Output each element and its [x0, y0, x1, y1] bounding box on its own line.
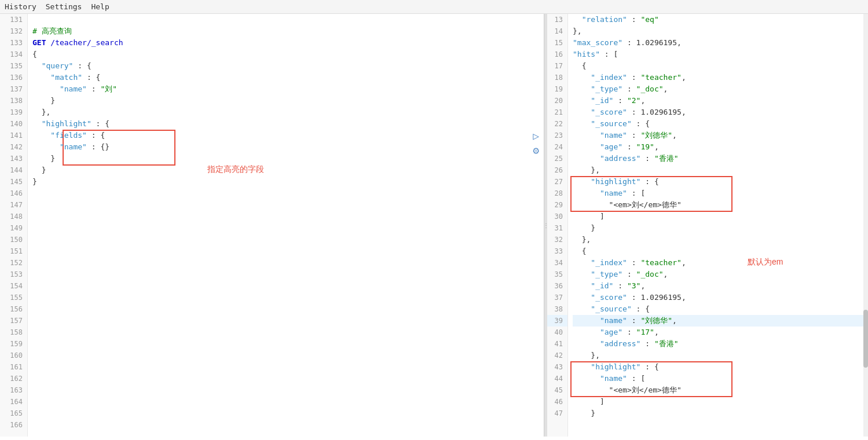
right-code-line-21: "_score" : 1.0296195,: [573, 107, 868, 118]
code-line-133: GET /teacher/_search: [32, 37, 544, 49]
right-line-num-26: 26: [547, 164, 567, 176]
menu-history[interactable]: History: [5, 2, 36, 11]
editor-area[interactable]: 1311321331341351361371381391401411421431…: [0, 14, 544, 437]
line-num-161: 161: [0, 361, 27, 373]
right-line-num-27: 27: [547, 176, 567, 188]
code-line-152: [32, 257, 544, 269]
right-line-num-24: 24: [547, 141, 567, 153]
line-num-132: 132: [0, 25, 27, 37]
code-line-159: [32, 338, 544, 350]
right-code-line-20: "_id" : "2",: [573, 95, 868, 107]
line-num-157: 157: [0, 315, 27, 327]
code-line-137: "name" : "刘": [32, 83, 544, 95]
scrollbar[interactable]: [863, 14, 868, 437]
right-line-num-38: 38: [547, 303, 567, 315]
code-line-162: [32, 373, 544, 384]
right-editor[interactable]: 1314151617181920212223242526272829303132…: [547, 14, 868, 437]
line-num-160: 160: [0, 350, 27, 361]
right-line-num-13: 13: [547, 14, 567, 25]
right-code-line-39: "name" : "刘德华",: [573, 315, 868, 327]
line-num-166: 166: [0, 419, 27, 431]
line-num-143: 143: [0, 153, 27, 164]
right-line-num-43: 43: [547, 361, 567, 373]
code-content: 指定高亮的字段 # 高亮查询GET /teacher/_search{ "que…: [28, 14, 544, 437]
right-code-line-28: "name" : [: [573, 188, 868, 199]
code-line-139: },: [32, 107, 544, 118]
code-line-138: }: [32, 95, 544, 107]
line-num-152: 152: [0, 257, 27, 269]
code-line-154: [32, 280, 544, 292]
line-num-155: 155: [0, 292, 27, 303]
line-num-163: 163: [0, 384, 27, 396]
line-num-140: 140: [0, 118, 27, 130]
right-panel: 1314151617181920212223242526272829303132…: [547, 14, 868, 437]
right-code-line-13: "relation" : "eq": [573, 14, 868, 25]
code-line-142: "name" : {}: [32, 141, 544, 153]
menu-help[interactable]: Help: [91, 2, 109, 11]
menu-bar: History Settings Help: [0, 0, 868, 14]
code-line-164: [32, 396, 544, 408]
right-line-num-29: 29: [547, 199, 567, 211]
right-line-num-18: 18: [547, 72, 567, 83]
code-line-145: }: [32, 176, 544, 188]
right-code-line-19: "_type" : "_doc",: [573, 83, 868, 95]
run-icon[interactable]: ▷: [533, 130, 539, 142]
right-code-line-24: "age" : "19",: [573, 141, 868, 153]
code-line-156: [32, 303, 544, 315]
right-line-num-23: 23: [547, 130, 567, 141]
right-line-num-28: 28: [547, 188, 567, 199]
code-line-166: [32, 419, 544, 431]
right-code-line-42: },: [573, 350, 868, 361]
code-line-161: [32, 361, 544, 373]
code-line-141: "fields" : {: [32, 130, 544, 141]
right-line-num-14: 14: [547, 25, 567, 37]
right-line-num-34: 34: [547, 257, 567, 269]
right-line-num-22: 22: [547, 118, 567, 130]
code-line-155: [32, 292, 544, 303]
line-num-154: 154: [0, 280, 27, 292]
code-line-146: [32, 188, 544, 199]
right-line-num-46: 46: [547, 396, 567, 408]
right-line-num-16: 16: [547, 49, 567, 60]
line-num-162: 162: [0, 373, 27, 384]
right-line-num-42: 42: [547, 350, 567, 361]
right-line-num-31: 31: [547, 222, 567, 234]
right-code-line-14: },: [573, 25, 868, 37]
code-line-158: [32, 327, 544, 338]
right-code-line-25: "address" : "香港": [573, 153, 868, 164]
code-line-149: [32, 222, 544, 234]
right-code-line-18: "_index" : "teacher",: [573, 72, 868, 83]
right-code-line-16: "hits" : [: [573, 49, 868, 60]
menu-settings[interactable]: Settings: [46, 2, 82, 11]
settings-icon[interactable]: ⚙: [533, 144, 539, 156]
line-num-146: 146: [0, 188, 27, 199]
code-line-131: [32, 14, 544, 25]
right-code-line-29: "<em>刘</em>德华": [573, 199, 868, 211]
right-code-line-40: "age" : "17",: [573, 327, 868, 338]
line-num-150: 150: [0, 234, 27, 245]
right-line-num-20: 20: [547, 95, 567, 107]
right-line-numbers: 1314151617181920212223242526272829303132…: [547, 14, 568, 437]
line-num-156: 156: [0, 303, 27, 315]
right-code-line-34: "_index" : "teacher",: [573, 257, 868, 269]
right-line-num-25: 25: [547, 153, 567, 164]
right-code-line-31: }: [573, 222, 868, 234]
right-code-line-23: "name" : "刘德华",: [573, 130, 868, 141]
code-line-165: [32, 408, 544, 419]
right-code-line-41: "address" : "香港": [573, 338, 868, 350]
right-code-line-46: ]: [573, 396, 868, 408]
line-num-135: 135: [0, 60, 27, 72]
line-num-144: 144: [0, 164, 27, 176]
right-code-line-47: }: [573, 408, 868, 419]
code-line-151: [32, 245, 544, 257]
line-num-137: 137: [0, 83, 27, 95]
line-num-148: 148: [0, 211, 27, 222]
line-num-145: 145: [0, 176, 27, 188]
right-code-line-30: ]: [573, 211, 868, 222]
line-num-165: 165: [0, 408, 27, 419]
code-line-140: "highlight" : {: [32, 118, 544, 130]
code-line-136: "match" : {: [32, 72, 544, 83]
right-code-line-33: {: [573, 245, 868, 257]
left-panel: 1311321331341351361371381391401411421431…: [0, 14, 544, 437]
scrollbar-thumb[interactable]: [863, 310, 868, 368]
